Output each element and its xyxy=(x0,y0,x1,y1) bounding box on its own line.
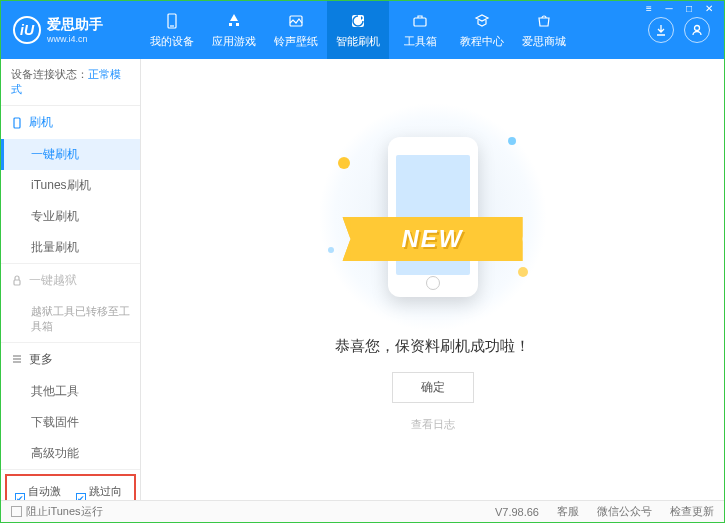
service-link[interactable]: 客服 xyxy=(557,504,579,519)
app-url: www.i4.cn xyxy=(47,34,103,44)
close-icon[interactable]: ✕ xyxy=(700,3,718,15)
svg-rect-4 xyxy=(414,18,426,26)
svg-point-5 xyxy=(695,26,700,31)
svg-rect-3 xyxy=(352,15,364,27)
store-icon xyxy=(535,12,553,30)
window-controls: ≡ ─ □ ✕ xyxy=(634,1,724,17)
success-message: 恭喜您，保资料刷机成功啦！ xyxy=(335,337,530,356)
phone-icon xyxy=(11,117,23,129)
apps-icon xyxy=(225,12,243,30)
wechat-link[interactable]: 微信公众号 xyxy=(597,504,652,519)
sidebar-jailbreak-header[interactable]: 一键越狱 xyxy=(1,264,140,297)
tutorial-icon xyxy=(473,12,491,30)
nav-my-device[interactable]: 我的设备 xyxy=(141,1,203,59)
sidebar-other-tools[interactable]: 其他工具 xyxy=(1,376,140,407)
nav-toolbox[interactable]: 工具箱 xyxy=(389,1,451,59)
nav-flash[interactable]: 智能刷机 xyxy=(327,1,389,59)
header: iU 爱思助手 www.i4.cn 我的设备 应用游戏 铃声壁纸 智能刷机 工具… xyxy=(1,1,724,59)
view-log-link[interactable]: 查看日志 xyxy=(411,417,455,432)
sidebar-batch-flash[interactable]: 批量刷机 xyxy=(1,232,140,263)
sidebar-flash-header[interactable]: 刷机 xyxy=(1,106,140,139)
sidebar-more-header[interactable]: 更多 xyxy=(1,343,140,376)
download-button[interactable] xyxy=(648,17,674,43)
sidebar-advanced[interactable]: 高级功能 xyxy=(1,438,140,469)
maximize-icon[interactable]: □ xyxy=(680,3,698,15)
phone-illustration: NEW xyxy=(358,127,508,307)
nav-apps[interactable]: 应用游戏 xyxy=(203,1,265,59)
sidebar-jailbreak-note: 越狱工具已转移至工具箱 xyxy=(1,297,140,342)
device-status: 设备连接状态：正常模式 xyxy=(1,59,140,106)
footer: 阻止iTunes运行 V7.98.66 客服 微信公众号 检查更新 xyxy=(1,500,724,522)
phone-icon xyxy=(163,12,181,30)
new-ribbon: NEW xyxy=(343,217,523,261)
user-button[interactable] xyxy=(684,17,710,43)
confirm-button[interactable]: 确定 xyxy=(392,372,474,403)
block-itunes-checkbox[interactable]: 阻止iTunes运行 xyxy=(11,504,103,519)
sidebar-oneclick-flash[interactable]: 一键刷机 xyxy=(1,139,140,170)
svg-rect-7 xyxy=(14,280,20,285)
sidebar: 设备连接状态：正常模式 刷机 一键刷机 iTunes刷机 专业刷机 批量刷机 一… xyxy=(1,59,141,500)
nav-store[interactable]: 爱思商城 xyxy=(513,1,575,59)
sidebar-itunes-flash[interactable]: iTunes刷机 xyxy=(1,170,140,201)
checkbox-icon xyxy=(11,506,22,517)
sidebar-download-firmware[interactable]: 下载固件 xyxy=(1,407,140,438)
nav-tutorial[interactable]: 教程中心 xyxy=(451,1,513,59)
logo[interactable]: iU 爱思助手 www.i4.cn xyxy=(1,16,141,44)
nav-ringtone[interactable]: 铃声壁纸 xyxy=(265,1,327,59)
app-title: 爱思助手 xyxy=(47,16,103,34)
top-nav: 我的设备 应用游戏 铃声壁纸 智能刷机 工具箱 教程中心 爱思商城 xyxy=(141,1,648,59)
flash-icon xyxy=(349,12,367,30)
toolbox-icon xyxy=(411,12,429,30)
svg-rect-6 xyxy=(14,118,20,128)
version-label: V7.98.66 xyxy=(495,506,539,518)
logo-icon: iU xyxy=(13,16,41,44)
menu-icon[interactable]: ≡ xyxy=(640,3,658,15)
main-content: NEW 恭喜您，保资料刷机成功啦！ 确定 查看日志 xyxy=(141,59,724,500)
wallpaper-icon xyxy=(287,12,305,30)
minimize-icon[interactable]: ─ xyxy=(660,3,678,15)
sidebar-pro-flash[interactable]: 专业刷机 xyxy=(1,201,140,232)
check-update-link[interactable]: 检查更新 xyxy=(670,504,714,519)
list-icon xyxy=(11,353,23,365)
lock-icon xyxy=(11,275,23,287)
